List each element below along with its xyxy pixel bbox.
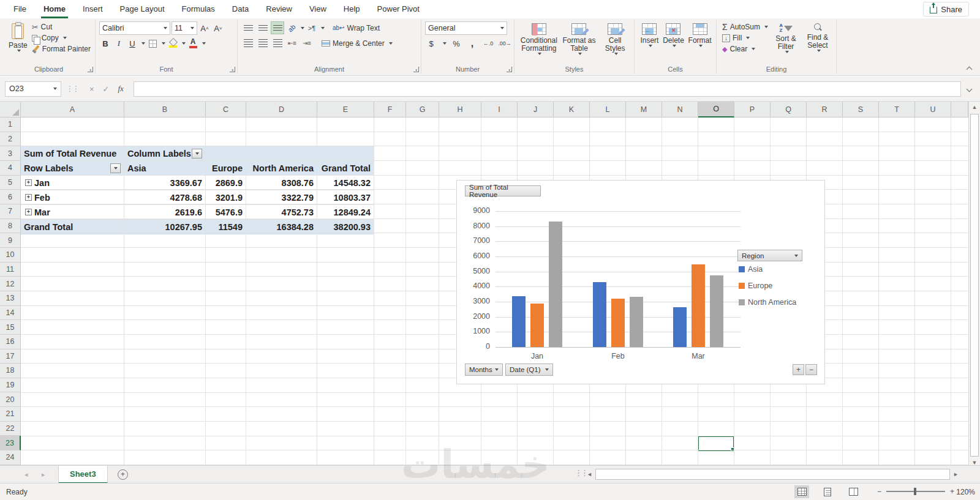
bar-jan-asia[interactable]	[512, 296, 526, 347]
row-header-5[interactable]: 5	[0, 176, 21, 190]
grow-font-button[interactable]: A˄	[198, 22, 211, 34]
bar-mar-north-america[interactable]	[710, 275, 723, 347]
align-left-button[interactable]	[241, 37, 255, 50]
expand-icon[interactable]: +	[25, 179, 32, 186]
row-header-12[interactable]: 12	[0, 277, 21, 291]
column-header-H[interactable]: H	[439, 102, 481, 118]
column-header-S[interactable]: S	[843, 102, 879, 118]
column-header-U[interactable]: U	[915, 102, 951, 118]
middle-align-button[interactable]	[256, 21, 270, 34]
splitter-handle[interactable]: ⋮⋮	[66, 84, 78, 93]
tab-insert[interactable]: Insert	[74, 0, 111, 18]
expand-icon[interactable]: +	[25, 209, 32, 215]
format-as-table-button[interactable]: Format as Table	[560, 21, 598, 57]
conditional-formatting-button[interactable]: Conditional Formatting	[519, 21, 559, 57]
row-header-18[interactable]: 18	[0, 364, 21, 378]
insert-function-button[interactable]: fx	[118, 84, 124, 94]
format-cells-button[interactable]: Format	[687, 21, 713, 49]
align-center-button[interactable]	[256, 37, 270, 50]
tab-view[interactable]: View	[301, 0, 335, 18]
fill-color-button[interactable]	[167, 37, 179, 50]
scroll-right-icon[interactable]: ►	[951, 469, 960, 480]
scroll-left-icon[interactable]: ◄	[585, 469, 594, 480]
column-header-G[interactable]: G	[406, 102, 439, 118]
tab-help[interactable]: Help	[335, 0, 369, 18]
font-color-button[interactable]: A	[187, 37, 199, 50]
legend-item-europe[interactable]: Europe	[739, 282, 772, 290]
row-header-24[interactable]: 24	[0, 450, 21, 465]
row-header-17[interactable]: 17	[0, 349, 21, 364]
new-sheet-button[interactable]: +	[118, 469, 128, 480]
chevron-down-icon[interactable]	[321, 27, 325, 29]
row-header-23[interactable]: 23	[0, 436, 21, 450]
clear-button[interactable]: ◆Clear	[720, 43, 770, 54]
chart-value-field-button[interactable]: Sum of Total Revenue	[465, 185, 541, 196]
pivot-column-labels-cell[interactable]: Column Labels	[124, 146, 206, 161]
page-layout-view-button[interactable]	[820, 485, 835, 498]
select-all-button[interactable]	[0, 102, 21, 118]
tab-formulas[interactable]: Formulas	[173, 0, 224, 18]
chart-legend-field-button[interactable]: Region	[737, 250, 802, 261]
delete-cells-button[interactable]: × Delete	[662, 21, 685, 49]
font-name-select[interactable]: Calibri	[99, 21, 170, 35]
comma-style-button[interactable]: ,	[466, 37, 478, 50]
zoom-out-button[interactable]: −	[877, 487, 881, 496]
row-header-1[interactable]: 1	[0, 118, 21, 132]
row-header-22[interactable]: 22	[0, 422, 21, 436]
pivot-row-labels-cell[interactable]: Row Labels	[21, 161, 124, 176]
fill-button[interactable]: ↓Fill	[720, 32, 770, 43]
zoom-slider[interactable]	[886, 491, 945, 492]
horizontal-scroll-thumb[interactable]	[595, 469, 950, 480]
bar-feb-asia[interactable]	[593, 282, 606, 347]
row-header-4[interactable]: 4	[0, 161, 21, 176]
bar-feb-europe[interactable]	[611, 299, 625, 347]
expand-formula-bar-icon[interactable]	[967, 86, 973, 92]
chevron-down-icon[interactable]	[443, 42, 447, 45]
borders-button[interactable]	[146, 37, 159, 50]
scroll-up-icon[interactable]: ▲	[969, 102, 980, 112]
row-header-13[interactable]: 13	[0, 291, 21, 306]
legend-item-north-america[interactable]: North America	[739, 298, 796, 307]
insert-cells-button[interactable]: ← Insert	[639, 21, 660, 49]
column-header-C[interactable]: C	[206, 102, 246, 118]
find-select-button[interactable]: Find & Select	[802, 21, 834, 55]
column-header-I[interactable]: I	[481, 102, 518, 118]
bottom-align-button[interactable]	[271, 21, 284, 34]
tab-home[interactable]: Home	[35, 0, 74, 18]
shrink-font-button[interactable]: A˅	[212, 22, 224, 34]
normal-view-button[interactable]	[794, 485, 809, 498]
zoom-level[interactable]: 120%	[956, 488, 975, 496]
row-header-3[interactable]: 3	[0, 146, 21, 161]
paste-button[interactable]: Paste	[6, 21, 30, 54]
pivot-row-label[interactable]: +Mar	[21, 205, 124, 220]
column-header-E[interactable]: E	[317, 102, 374, 118]
expand-icon[interactable]: +	[25, 194, 32, 201]
vertical-scroll-thumb[interactable]	[970, 114, 979, 457]
top-align-button[interactable]	[241, 21, 255, 34]
row-header-15[interactable]: 15	[0, 320, 21, 335]
filter-dropdown-button[interactable]	[192, 149, 202, 159]
align-right-button[interactable]	[271, 37, 284, 50]
bar-mar-europe[interactable]	[692, 264, 705, 347]
increase-indent-button[interactable]: ⇥≡	[300, 37, 314, 50]
tab-file[interactable]: File	[5, 0, 35, 18]
row-header-16[interactable]: 16	[0, 335, 21, 349]
zoom-slider-thumb[interactable]	[914, 488, 916, 495]
chart-collapse-button[interactable]: −	[805, 364, 817, 375]
row-header-19[interactable]: 19	[0, 378, 21, 393]
pivot-row-label[interactable]: +Feb	[21, 190, 124, 205]
cell-styles-button[interactable]: Cell Styles	[599, 21, 631, 57]
row-header-6[interactable]: 6	[0, 190, 21, 204]
tab-data[interactable]: Data	[224, 0, 257, 18]
row-header-14[interactable]: 14	[0, 306, 21, 321]
text-direction-button[interactable]: >¶	[306, 22, 318, 34]
column-header-K[interactable]: K	[554, 102, 590, 118]
chart-axis-field-button-date[interactable]: Date (Q1)	[505, 364, 553, 376]
collapse-ribbon-icon[interactable]	[967, 67, 973, 73]
tab-review[interactable]: Review	[257, 0, 301, 18]
column-header-O[interactable]: O	[698, 102, 734, 118]
dialog-launcher-icon[interactable]	[413, 67, 419, 72]
percent-button[interactable]: %	[450, 37, 462, 50]
row-header-21[interactable]: 21	[0, 407, 21, 422]
row-header-10[interactable]: 10	[0, 248, 21, 263]
